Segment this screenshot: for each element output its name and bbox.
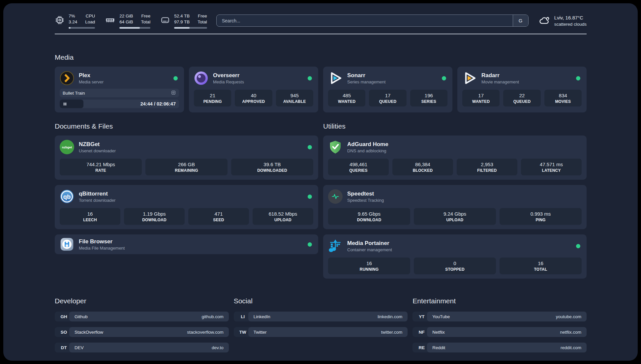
stat-value: 16 xyxy=(61,211,119,217)
stat-value: 21 xyxy=(195,93,230,98)
stat-box: 2,953 FILTERED xyxy=(457,159,517,175)
playback-time: 24:44 / 02:06:47 xyxy=(140,101,176,106)
radarr-card[interactable]: Radarr Movie management 17 WANTED 22 QUE… xyxy=(457,67,587,112)
stat-box: 618.52 Mbps UPLOAD xyxy=(253,208,313,225)
card-subtitle: Torrent downloader xyxy=(79,197,115,203)
overseerr-card[interactable]: Overseerr Media Requests 21 PENDING 40 A… xyxy=(189,67,318,112)
portainer-icon xyxy=(328,239,343,253)
section-title-developer: Developer xyxy=(55,297,229,305)
weather-location-temp: Lviv, 16.87°C xyxy=(554,15,587,21)
section-title-utilities: Utilities xyxy=(323,122,587,130)
link-dev[interactable]: DT DEV dev.to xyxy=(55,343,229,352)
nzbget-icon: nzbget xyxy=(60,140,74,154)
link-url: reddit.com xyxy=(561,345,581,350)
card-subtitle: Media File Management xyxy=(79,245,125,251)
qbittorrent-card[interactable]: qb qBittorrent Torrent downloader 16 LEE… xyxy=(55,185,318,229)
disk-total-label: Total xyxy=(198,19,207,25)
stat-value: 2,953 xyxy=(458,162,516,167)
search-provider-button[interactable]: G xyxy=(513,15,528,26)
link-name: LinkedIn xyxy=(254,314,270,319)
card-subtitle: DNS and adblocking xyxy=(347,148,388,154)
search-bar: G xyxy=(216,15,529,27)
stat-value: 196 xyxy=(412,93,446,98)
nzbget-card[interactable]: nzbget NZBGet Usenet downloader 744.21 M… xyxy=(55,136,318,180)
stat-box: 40 APPROVED xyxy=(235,90,272,106)
link-stackoverflow[interactable]: SO StackOverflow stackoverflow.com xyxy=(55,327,229,337)
sonarr-card[interactable]: Sonarr Series management 485 WANTED 17 Q… xyxy=(323,67,452,112)
adguard-card[interactable]: AdGuard Home DNS and adblocking 498,461 … xyxy=(323,136,587,180)
weather-condition: scattered clouds xyxy=(554,21,587,28)
system-widgets: 7% CPU 3.24 Load xyxy=(55,13,207,29)
stat-box: 0 STOPPED xyxy=(414,258,496,274)
cpu-widget: 7% CPU 3.24 Load xyxy=(55,13,95,29)
status-dot xyxy=(308,195,312,199)
cpu-icon xyxy=(55,15,65,26)
filebrowser-card[interactable]: File Browser Media File Management xyxy=(55,234,318,254)
stat-value: 9.24 Gbps xyxy=(415,211,495,217)
stat-label: WANTED xyxy=(329,99,364,104)
card-title: qBittorrent xyxy=(79,190,115,197)
stat-box: 22 QUEUED xyxy=(503,90,540,106)
link-name: Twitter xyxy=(254,330,267,335)
stat-value: 16 xyxy=(501,260,580,266)
stat-box: 196 SERIES xyxy=(410,90,447,106)
card-subtitle: Media Requests xyxy=(213,79,244,85)
link-twitter[interactable]: TW Twitter twitter.com xyxy=(234,327,408,337)
section-developer: Developer GH Github github.com SO StackO… xyxy=(55,297,229,358)
memory-free-label: Free xyxy=(141,13,151,19)
card-title: AdGuard Home xyxy=(347,141,388,148)
search-input[interactable] xyxy=(217,15,513,26)
link-reddit[interactable]: RE Reddit reddit.com xyxy=(412,343,587,352)
section-media: Media Plex Media server xyxy=(55,53,587,112)
portainer-card[interactable]: Media Portainer Container management 16 … xyxy=(323,234,587,279)
link-name: Reddit xyxy=(432,345,445,350)
link-netflix[interactable]: NF Netflix netflix.com xyxy=(412,327,587,337)
sonarr-icon xyxy=(328,71,343,85)
section-title-media: Media xyxy=(55,53,587,61)
link-github[interactable]: GH Github github.com xyxy=(55,312,229,321)
section-title-social: Social xyxy=(234,297,408,305)
plex-card[interactable]: Plex Media server Bullet Train xyxy=(55,67,184,112)
stat-box: 834 MOVIES xyxy=(544,90,582,106)
status-dot xyxy=(308,76,312,80)
stat-box: 47.571 ms LATENCY xyxy=(521,159,582,175)
stat-label: BLOCKED xyxy=(394,168,452,173)
stat-value: 17 xyxy=(370,93,405,98)
link-youtube[interactable]: YT YouTube youtube.com xyxy=(412,312,587,321)
status-dot xyxy=(308,145,312,149)
stat-box: 485 WANTED xyxy=(328,90,365,106)
stat-label: DOWNLOAD xyxy=(125,218,183,222)
speedtest-card[interactable]: Speedtest Speedtest Tracking 9.65 Gbps D… xyxy=(323,185,587,229)
stat-box: 498,461 QUERIES xyxy=(328,159,389,175)
stat-label: APPROVED xyxy=(236,99,271,104)
header-divider xyxy=(55,34,587,34)
link-name: YouTube xyxy=(432,314,450,319)
stat-box: 945 AVAILABLE xyxy=(276,90,313,106)
stat-value: 86,384 xyxy=(394,162,452,167)
card-subtitle: Usenet downloader xyxy=(79,148,116,154)
stat-box: 17 WANTED xyxy=(462,90,500,106)
link-linkedin[interactable]: LI LinkedIn linkedin.com xyxy=(234,312,408,321)
top-bar: 7% CPU 3.24 Load xyxy=(55,13,587,29)
link-url: youtube.com xyxy=(556,314,581,319)
stat-value: 266 GB xyxy=(147,162,226,167)
card-subtitle: Media server xyxy=(79,79,104,85)
stat-label: UPLOAD xyxy=(254,218,312,222)
memory-total: 64 GiB xyxy=(119,19,133,25)
card-title: Speedtest xyxy=(347,190,384,197)
card-title: Media Portainer xyxy=(347,240,392,247)
stat-value: 618.52 Mbps xyxy=(254,211,312,217)
svg-text:qb: qb xyxy=(63,193,71,200)
stat-label: MOVIES xyxy=(546,99,580,104)
stat-label: TOTAL xyxy=(501,267,580,272)
disk-widget: 52.4 TB Free 97.9 TB Total xyxy=(160,13,207,29)
disk-free-label: Free xyxy=(198,13,207,19)
cloud-icon xyxy=(538,15,550,28)
adguard-icon xyxy=(328,140,343,154)
link-url: linkedin.com xyxy=(378,314,402,319)
stat-value: 471 xyxy=(190,211,248,217)
card-title: Sonarr xyxy=(347,72,385,79)
memory-progress-bar xyxy=(119,27,150,29)
stat-value: 39.6 TB xyxy=(232,162,312,167)
stat-value: 40 xyxy=(236,93,271,98)
